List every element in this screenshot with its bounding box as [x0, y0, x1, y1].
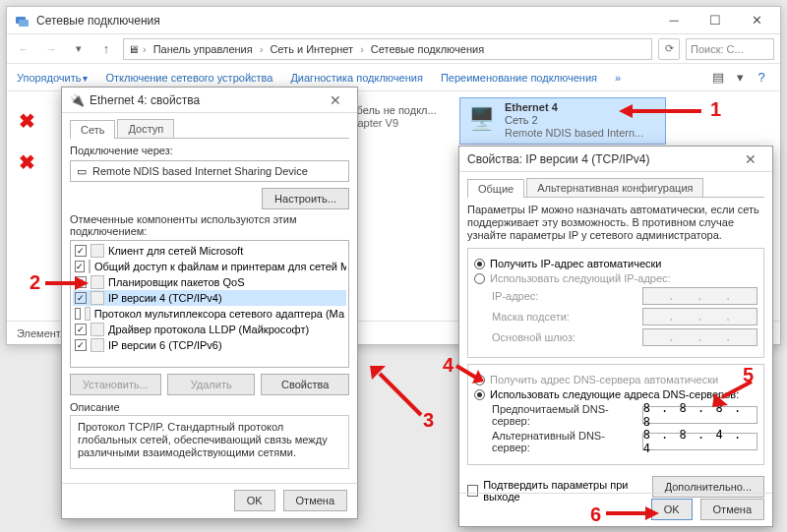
- adapter-properties-dialog: 🔌 Ethernet 4: свойства ✕ Сеть Доступ Под…: [61, 87, 358, 519]
- checkbox-icon[interactable]: ✓: [75, 245, 87, 257]
- search-placeholder: Поиск: С...: [691, 43, 744, 55]
- components-label: Отмеченные компоненты используются этим …: [70, 213, 349, 237]
- checkbox-icon[interactable]: [75, 308, 81, 320]
- breadcrumb[interactable]: 🖥 › Панель управления › Сеть и Интернет …: [123, 38, 652, 60]
- recent-dropdown[interactable]: ▾: [68, 38, 90, 60]
- dialog-title: Ethernet 4: свойства: [90, 93, 322, 107]
- dns-pref-input[interactable]: 8 . 8 . 8 . 8: [642, 406, 757, 424]
- refresh-button[interactable]: ⟳: [658, 38, 680, 60]
- checkbox-icon[interactable]: ✓: [75, 324, 87, 335]
- overflow-menu[interactable]: »: [615, 72, 621, 84]
- tab-access[interactable]: Доступ: [117, 119, 174, 138]
- disabled-x-icon: ✖: [19, 150, 35, 174]
- folder-icon: 🖥: [128, 43, 139, 55]
- checkbox-icon[interactable]: ✓: [75, 292, 87, 304]
- radio-dns-manual[interactable]: Использовать следующие адреса DNS-сервер…: [474, 388, 757, 400]
- rename-button[interactable]: Переименование подключения: [441, 72, 597, 84]
- disabled-x-icon: ✖: [19, 109, 35, 133]
- adapter-network: Сеть 2: [505, 114, 643, 127]
- radio-ip-manual[interactable]: Использовать следующий IP-адрес:: [474, 272, 757, 284]
- diagnose-button[interactable]: Диагностика подключения: [290, 72, 422, 84]
- help-icon[interactable]: ?: [753, 69, 770, 87]
- component-item[interactable]: ✓Общий доступ к файлам и принтерам для с…: [73, 259, 346, 274]
- subnet-input: . . .: [642, 308, 757, 325]
- adapter-status: Кабель не подкл...: [344, 104, 437, 117]
- component-icon: [91, 244, 104, 258]
- arrow-3: [364, 364, 423, 417]
- component-label: Планировщик пакетов QoS: [108, 276, 245, 288]
- component-item[interactable]: Протокол мультиплексора сетевого адаптер…: [73, 306, 346, 322]
- component-item[interactable]: ✓Драйвер протокола LLDP (Майкрософт): [73, 322, 346, 337]
- component-icon: [91, 275, 104, 289]
- component-item[interactable]: ✓IP версии 6 (TCP/IPv6): [73, 337, 346, 353]
- view-dropdown[interactable]: ▾: [731, 69, 749, 87]
- organize-menu[interactable]: Упорядочить▾: [17, 72, 88, 84]
- dns-pref-label: Предпочитаемый DNS-сервер:: [492, 403, 636, 427]
- component-icon: [91, 291, 104, 305]
- adapter-item-selected[interactable]: 🖥️ Ethernet 4 Сеть 2 Remote NDIS based I…: [459, 97, 666, 145]
- configure-button[interactable]: Настроить...: [262, 188, 349, 209]
- dns-alt-label: Альтернативный DNS-сервер:: [492, 430, 636, 453]
- checkbox-icon[interactable]: ✓: [75, 261, 85, 272]
- close-button[interactable]: ✕: [322, 92, 349, 108]
- titlebar: Сетевые подключения ─ ☐ ✕: [7, 7, 780, 34]
- cancel-button[interactable]: Отмена: [700, 499, 764, 520]
- navbar: ← → ▾ ↑ 🖥 › Панель управления › Сеть и И…: [7, 34, 780, 64]
- description-text: Протокол TCP/IP. Стандартный протокол гл…: [70, 415, 349, 469]
- component-item[interactable]: ✓Планировщик пакетов QoS: [73, 274, 346, 290]
- maximize-button[interactable]: ☐: [696, 10, 735, 31]
- description-label: Описание: [70, 401, 349, 413]
- device-box: ▭ Remote NDIS based Internet Sharing Dev…: [70, 160, 349, 182]
- adapter-title: Ethernet 4: [505, 101, 643, 114]
- annotation-1: 1: [710, 98, 721, 121]
- install-button[interactable]: Установить...: [70, 374, 161, 395]
- ipv4-properties-dialog: Свойства: IP версии 4 (TCP/IPv4) ✕ Общие…: [458, 146, 773, 527]
- svg-rect-1: [19, 20, 29, 27]
- window-title: Сетевые подключения: [36, 14, 654, 28]
- checkbox-icon[interactable]: ✓: [75, 276, 87, 288]
- connect-label: Подключение через:: [70, 145, 349, 156]
- remove-button[interactable]: Удалить: [167, 374, 256, 395]
- properties-button[interactable]: Свойства: [261, 374, 349, 395]
- minimize-button[interactable]: ─: [654, 10, 694, 31]
- up-button[interactable]: ↑: [95, 38, 117, 60]
- search-input[interactable]: Поиск: С...: [686, 38, 774, 60]
- crumb-root[interactable]: Панель управления: [151, 43, 256, 55]
- tab-general[interactable]: Общие: [467, 179, 524, 198]
- component-label: Протокол мультиплексора сетевого адаптер…: [94, 308, 344, 320]
- disable-device-button[interactable]: Отключение сетевого устройства: [105, 72, 272, 84]
- radio-dns-auto[interactable]: Получить адрес DNS-сервера автоматически: [474, 374, 757, 385]
- dns-alt-input[interactable]: 8 . 8 . 4 . 4: [642, 433, 757, 450]
- ip-address-input: . . .: [642, 287, 757, 305]
- back-button[interactable]: ←: [13, 38, 34, 60]
- gateway-input: . . .: [642, 328, 757, 346]
- ip-address-label: IP-адрес:: [492, 290, 636, 302]
- forward-button[interactable]: →: [40, 38, 62, 60]
- ok-button[interactable]: OK: [651, 499, 693, 520]
- svg-marker-7: [370, 366, 386, 380]
- component-icon: [91, 338, 104, 352]
- radio-ip-auto[interactable]: Получить IP-адрес автоматически: [474, 258, 757, 269]
- ok-button[interactable]: OK: [234, 490, 275, 511]
- view-icon[interactable]: ▤: [709, 69, 727, 87]
- svg-line-6: [380, 374, 421, 415]
- annotation-3: 3: [423, 409, 434, 432]
- network-adapter-icon: 🖥️: [463, 101, 499, 137]
- cancel-button[interactable]: Отмена: [283, 490, 347, 511]
- help-paragraph: Параметры IP можно назначать автоматичес…: [467, 204, 764, 242]
- component-item[interactable]: ✓IP версии 4 (TCP/IPv4): [73, 290, 346, 306]
- crumb-mid[interactable]: Сеть и Интернет: [267, 43, 356, 55]
- component-label: IP версии 6 (TCP/IPv6): [108, 339, 222, 351]
- close-button[interactable]: ✕: [737, 10, 776, 31]
- tabs: Сеть Доступ: [70, 119, 349, 139]
- checkbox-icon[interactable]: ✓: [75, 339, 87, 351]
- close-button[interactable]: ✕: [737, 151, 764, 167]
- components-list[interactable]: ✓Клиент для сетей Microsoft✓Общий доступ…: [70, 240, 349, 368]
- crumb-leaf[interactable]: Сетевые подключения: [368, 43, 487, 55]
- tab-altconfig[interactable]: Альтернативная конфигурация: [526, 178, 703, 197]
- annotation-2: 2: [30, 271, 40, 294]
- component-item[interactable]: ✓Клиент для сетей Microsoft: [73, 243, 346, 259]
- dialog-titlebar: 🔌 Ethernet 4: свойства ✕: [62, 88, 357, 113]
- tab-network[interactable]: Сеть: [70, 120, 115, 139]
- annotation-6: 6: [590, 503, 601, 526]
